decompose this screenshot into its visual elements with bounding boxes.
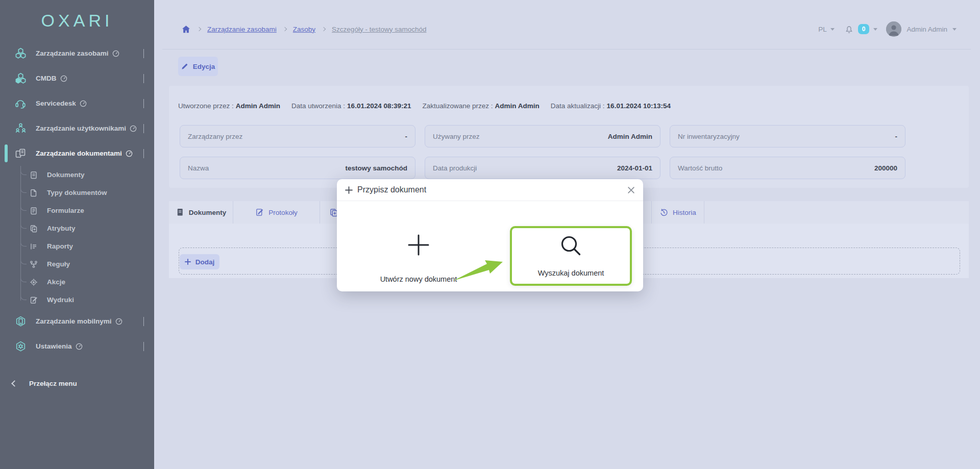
gauge-icon <box>115 318 122 325</box>
breadcrumb-separator-icon <box>283 27 287 31</box>
cmdb-icon <box>14 72 27 84</box>
collapse-menu-button[interactable]: Przełącz menu <box>0 373 154 393</box>
plus-icon <box>407 233 430 257</box>
bell-icon <box>844 24 854 34</box>
mobile-icon <box>14 315 27 328</box>
chevron-down-icon <box>143 317 144 326</box>
edit-button[interactable]: Edycja <box>178 57 218 76</box>
chevron-down-icon <box>143 342 144 351</box>
home-icon[interactable] <box>181 24 191 34</box>
user-menu[interactable]: Admin Admin <box>886 21 957 37</box>
sidebar: OXARI Zarządzanie zasobami CMDB <box>0 0 154 469</box>
sidebar-item-reguly[interactable]: Reguły <box>0 255 154 273</box>
add-document-button[interactable]: Dodaj <box>180 254 219 269</box>
modal-header: Przypisz dokument <box>337 179 643 201</box>
document-tab-icon <box>176 208 184 217</box>
report-icon <box>29 242 39 251</box>
plus-icon <box>345 186 353 194</box>
gauge-icon <box>126 150 133 157</box>
sidebar-item-raporty[interactable]: Raporty <box>0 237 154 255</box>
app-logo: OXARI <box>0 0 154 41</box>
updated-by: Zaktualizowane przez :Admin Admin <box>422 102 539 110</box>
chevron-down-icon <box>143 99 144 108</box>
notifications-control[interactable]: 0 <box>844 24 878 34</box>
sidebar-item-servicedesk[interactable]: Servicedesk <box>0 91 154 116</box>
chevron-down-icon <box>143 74 144 83</box>
meta-row: Utworzone przez :Admin Admin Data utworz… <box>178 102 671 110</box>
gauge-icon <box>76 343 83 350</box>
language-selector[interactable]: PL <box>818 26 835 33</box>
chevron-down-icon <box>143 49 144 58</box>
sidebar-item-dokumenty[interactable]: Dokumenty <box>0 166 154 184</box>
field-uzywany-przez[interactable]: Używany przez Admin Admin <box>425 125 660 147</box>
document-blank-icon <box>29 189 39 197</box>
plus-icon <box>185 259 191 265</box>
breadcrumb: Zarządzanie zasobami Zasoby Szczegóły - … <box>181 24 426 34</box>
chevron-up-icon <box>143 149 144 158</box>
sidebar-item-label: Servicedesk <box>36 100 76 107</box>
collapse-menu-label: Przełącz menu <box>29 380 77 387</box>
tab-label: Historia <box>673 209 696 216</box>
avatar <box>886 21 901 37</box>
sidebar-item-label: Ustawienia <box>36 342 72 350</box>
users-icon <box>14 122 27 134</box>
sidebar-item-zarzadzanie-mobilnymi[interactable]: Zarządzanie mobilnymi <box>0 309 154 334</box>
sidebar-item-label: Raporty <box>47 242 73 250</box>
caret-down-icon <box>873 28 877 31</box>
edit-button-label: Edycja <box>193 63 215 70</box>
rules-nodes-icon <box>29 260 39 268</box>
sidebar-item-zarzadzanie-zasobami[interactable]: Zarządzanie zasobami <box>0 41 154 66</box>
sidebar-item-zarzadzanie-uzytkownikami[interactable]: Zarządzanie użytkownikami <box>0 116 154 141</box>
sidebar-item-cmdb[interactable]: CMDB <box>0 66 154 91</box>
close-icon[interactable] <box>627 186 635 194</box>
print-edit-icon <box>29 296 39 304</box>
field-wartosc-brutto[interactable]: Wartość brutto 200000 <box>670 157 905 179</box>
modal-title: Przypisz dokument <box>357 185 426 194</box>
sidebar-item-wydruki[interactable]: Wydruki <box>0 291 154 309</box>
search-icon <box>558 233 584 259</box>
breadcrumb-link-zasoby[interactable]: Zasoby <box>293 26 315 33</box>
breadcrumb-separator-icon <box>322 27 326 31</box>
sidebar-item-akcje[interactable]: Akcje <box>0 273 154 291</box>
sidebar-item-label: Akcje <box>47 278 65 286</box>
sidebar-item-typy-dokumentow[interactable]: Typy dokumentów <box>0 184 154 202</box>
document-lines-icon <box>29 171 39 179</box>
sidebar-item-zarzadzanie-dokumentami[interactable]: Zarządzanie dokumentami <box>0 141 154 166</box>
tab-dokumenty[interactable]: Dokumenty <box>169 201 233 224</box>
top-bar: Zarządzanie zasobami Zasoby Szczegóły - … <box>162 9 971 50</box>
breadcrumb-link-zasobami[interactable]: Zarządzanie zasobami <box>207 26 277 33</box>
documents-icon <box>14 147 27 159</box>
history-icon <box>659 208 668 217</box>
tab-label: Dokumenty <box>189 209 227 216</box>
assets-hexagons-icon <box>14 47 27 59</box>
gear-icon <box>14 340 27 353</box>
sidebar-item-ustawienia[interactable]: Ustawienia <box>0 334 154 359</box>
pencil-icon <box>181 63 188 70</box>
tab-historia[interactable]: Historia <box>652 201 704 224</box>
tab-filler <box>704 201 969 224</box>
sidebar-item-atrybuty[interactable]: Atrybuty <box>0 219 154 237</box>
form-icon <box>29 207 39 215</box>
search-document-option[interactable]: Wyszukaj dokument <box>510 226 632 286</box>
sidebar-item-label: Formularze <box>47 207 84 214</box>
caret-down-icon <box>830 28 835 31</box>
sidebar-item-formularze[interactable]: Formularze <box>0 202 154 219</box>
gauge-icon <box>130 125 137 132</box>
breadcrumb-current: Szczegóły - testowy samochód <box>332 26 426 33</box>
caret-down-icon <box>952 28 957 31</box>
gauge-icon <box>80 100 87 107</box>
user-name: Admin Admin <box>906 26 947 33</box>
tab-label: Protokoły <box>268 209 297 216</box>
sidebar-item-label: Atrybuty <box>47 225 76 232</box>
sidebar-item-label: Typy dokumentów <box>47 189 107 196</box>
field-nr-inwentaryzacyjny[interactable]: Nr inwentaryzacyjny - <box>670 125 905 147</box>
field-zarzadzany-przez[interactable]: Zarządzany przez - <box>180 125 415 147</box>
chevron-down-icon <box>143 124 144 133</box>
created-by: Utworzone przez :Admin Admin <box>178 102 280 110</box>
sidebar-item-label: Zarządzanie dokumentami <box>36 150 122 157</box>
option-label: Wyszukaj dokument <box>538 269 604 277</box>
field-data-produkcji[interactable]: Data produkcji 2024-01-01 <box>425 157 660 179</box>
tab-protokoly[interactable]: Protokoły <box>233 201 320 224</box>
documents-submenu: Dokumenty Typy dokumentów Formularze Atr… <box>0 166 154 309</box>
field-nazwa[interactable]: Nazwa testowy samochód <box>180 157 415 179</box>
